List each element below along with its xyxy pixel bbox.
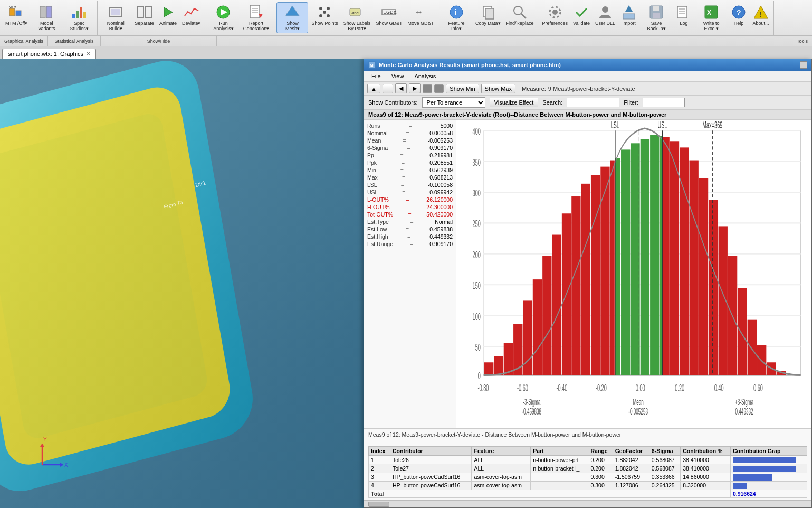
nav-grid2-button[interactable] <box>434 84 444 93</box>
separate-button[interactable]: Separate <box>132 2 156 28</box>
run-analysis-button[interactable]: Run Analysis▾ <box>207 2 239 33</box>
svg-rect-94 <box>494 356 503 375</box>
svg-rect-98 <box>533 279 542 375</box>
deviate-button[interactable]: Deviate▾ <box>180 2 203 28</box>
main-content: Dir1 From To X Y M Monte Carlo Analysis … <box>0 59 812 508</box>
search-input[interactable] <box>567 98 619 107</box>
show-gdt-button[interactable]: ±GD&T Show GD&T <box>374 2 404 28</box>
about-button[interactable]: ! About... <box>750 2 771 28</box>
preferences-button[interactable]: Preferences <box>540 2 570 28</box>
dialog-toolbar: ▲ ≡ ◀ ▶ Show Min Show Max Measure: 9 Mea… <box>364 82 811 96</box>
mtm-button[interactable]: MTM MTM /Off▾ <box>3 2 30 28</box>
move-gdt-button[interactable]: ↔ Move GD&T <box>405 2 436 28</box>
filter-input[interactable] <box>643 98 685 107</box>
spec-studies-button[interactable]: Spec Studies▾ <box>63 2 95 33</box>
nav-grid1-button[interactable] <box>423 84 432 93</box>
help-label: Help <box>734 21 744 26</box>
svg-text:±GD&T: ±GD&T <box>384 10 397 15</box>
show-min-button[interactable]: Show Min <box>446 84 479 93</box>
stats-panel: Runs = 5000 Nominal = -0.000058 Mean = -… <box>364 120 456 428</box>
table-row: 2 Tole27 ALL n-button-bracket-l_ 0.200 1… <box>369 464 807 473</box>
feature-info-button[interactable]: i Feature Info▾ <box>441 2 472 33</box>
validate-button[interactable]: Validate <box>571 2 592 28</box>
toolbar-group-graphical: MTM MTM /Off▾ Model Variants Spec Studie… <box>1 1 98 35</box>
col-geofactor: GeoFactor <box>613 447 649 456</box>
svg-marker-61 <box>40 444 44 447</box>
svg-text:Mean: Mean <box>633 397 643 407</box>
contributors-dropdown[interactable]: Per Tolerance <box>422 97 485 108</box>
help-button[interactable]: ? Help <box>728 2 749 28</box>
horizontal-scrollbar[interactable] <box>364 500 811 507</box>
svg-rect-107 <box>615 158 620 375</box>
nav-list-button[interactable]: ≡ <box>383 84 393 93</box>
show-labels-button[interactable]: Abc Show Labels By Part▾ <box>341 2 372 33</box>
visualize-effect-button[interactable]: Visualize Effect <box>490 98 539 107</box>
nav-prev-button[interactable]: ◀ <box>395 83 407 93</box>
svg-text:0: 0 <box>478 371 481 381</box>
stat-pp: Pp = 0.219981 <box>364 152 456 159</box>
deviate-label: Deviate▾ <box>182 21 201 26</box>
save-backup-button[interactable]: Save Backup▾ <box>641 2 672 33</box>
svg-text:-0.40: -0.40 <box>556 382 567 393</box>
stat-lout: L-OUT% = 26.120000 <box>364 196 456 203</box>
svg-text:+3-Sigma: +3-Sigma <box>735 397 754 407</box>
svg-rect-93 <box>484 362 493 375</box>
tab-graphics[interactable]: smart phone.wtx: 1: Graphics × <box>2 49 96 59</box>
move-gdt-icon: ↔ <box>412 4 429 21</box>
svg-text:50: 50 <box>475 342 481 353</box>
report-generation-label: Report Generation▾ <box>242 21 270 32</box>
contrib-bar-2 <box>733 466 796 472</box>
animate-button[interactable]: Animate <box>157 2 179 28</box>
show-mesh-button[interactable]: Show Mesh▾ <box>276 2 308 33</box>
stat-max: Max = 0.688213 <box>364 174 456 181</box>
svg-text:150: 150 <box>473 280 481 291</box>
user-dll-button[interactable]: User DLL <box>593 2 617 28</box>
tab-close-button[interactable]: × <box>87 50 90 58</box>
model-variants-button[interactable]: Model Variants <box>31 2 62 33</box>
dialog-title: Monte Carlo Analysis Results (smart phon… <box>379 62 561 68</box>
find-replace-button[interactable]: Find/Replace <box>504 2 536 28</box>
svg-rect-45 <box>653 6 659 11</box>
show-points-button[interactable]: Show Points <box>309 2 340 28</box>
dialog-menubar: File View Analysis <box>364 71 811 82</box>
menu-file[interactable]: File <box>366 72 386 80</box>
menu-view[interactable]: View <box>386 72 409 80</box>
show-labels-label: Show Labels By Part▾ <box>343 21 370 32</box>
stat-runs: Runs = 5000 <box>364 122 456 129</box>
nav-next-button[interactable]: ▶ <box>409 83 421 93</box>
show-max-button[interactable]: Show Max <box>481 84 515 93</box>
histogram-chart: 400 350 300 250 200 150 100 50 0 -0.80 -… <box>456 120 811 428</box>
stat-nominal: Nominal = -0.000058 <box>364 129 456 137</box>
move-gdt-label: Move GD&T <box>407 21 434 26</box>
about-label: About... <box>753 21 769 26</box>
validate-icon <box>573 4 590 21</box>
svg-text:Max=369: Max=369 <box>702 120 722 130</box>
nav-up-button[interactable]: ▲ <box>367 84 380 93</box>
import-label: Import <box>622 21 636 26</box>
copy-data-button[interactable]: Copy Data▾ <box>473 2 503 28</box>
stat-totout: Tot-OUT% = 50.420000 <box>364 211 456 218</box>
table-row: 4 HP_button-poweCadSurf16 asm-cover-top-… <box>369 481 807 490</box>
copy-data-icon <box>480 4 496 21</box>
write-to-excel-button[interactable]: X Write to Excel▾ <box>695 2 727 33</box>
mc-dialog: M Monte Carlo Analysis Results (smart ph… <box>364 59 812 508</box>
show-points-label: Show Points <box>311 21 338 26</box>
svg-rect-103 <box>581 184 590 375</box>
about-icon: ! <box>752 4 769 21</box>
nominal-button[interactable]: Nominal Build▾ <box>100 2 131 33</box>
svg-text:-0.80: -0.80 <box>478 382 489 393</box>
svg-rect-113 <box>663 137 670 375</box>
dialog-minimize-button[interactable]: _ <box>800 61 807 69</box>
search-label: Search: <box>542 99 562 106</box>
menu-analysis[interactable]: Analysis <box>409 72 441 80</box>
import-button[interactable]: Import <box>618 2 639 28</box>
scrollbar-thumb[interactable] <box>368 502 389 507</box>
filter-label: Filter: <box>624 99 638 106</box>
report-generation-button[interactable]: Report Generation▾ <box>240 2 272 33</box>
log-button[interactable]: Log <box>673 2 694 28</box>
svg-rect-105 <box>600 167 609 375</box>
show-gdt-label: Show GD&T <box>376 21 402 26</box>
mtm-icon: MTM <box>8 4 25 21</box>
import-icon <box>620 4 637 21</box>
svg-rect-99 <box>542 256 551 375</box>
